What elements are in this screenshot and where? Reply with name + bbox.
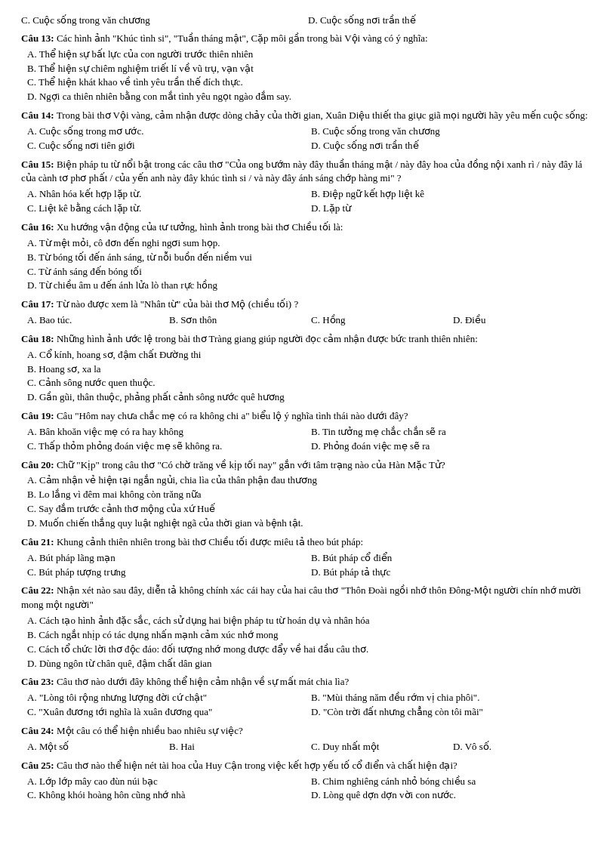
answer-row: C. Cảnh sông nước quen thuộc. xyxy=(27,376,595,390)
q13-answers: A. Thể hiện sự bất lực của con người trư… xyxy=(27,48,595,104)
q15-answers: A. Nhân hóa kết hợp lặp từ. B. Điệp ngữ … xyxy=(27,187,595,216)
question-14: Câu 14: Trong bài thơ Vội vàng, cảm nhận… xyxy=(21,109,595,153)
q18-title: Câu 18: Những hình ảnh ước lệ trong bài … xyxy=(21,332,595,347)
q21-answers: A. Bút pháp lãng mạn B. Bút pháp cổ điển… xyxy=(27,551,595,580)
answer-row: D. Từ chiều âm u đến ánh lửa lò than rực… xyxy=(27,279,595,293)
answer-row: A. Cổ kính, hoang sơ, đậm chất Đường thi xyxy=(27,348,595,362)
answer-row: A. Cảm nhận vẻ hiện tại ngắn ngủi, chia … xyxy=(27,473,595,488)
q25-title: Câu 25: Câu thơ nào thể hiện nét tài hoa… xyxy=(21,759,595,773)
answer-row: D. Muốn chiến thắng quy luật nghiệt ngã … xyxy=(27,517,595,531)
answer-row: B. Từ bóng tối đến ánh sáng, từ nỗi buồn… xyxy=(27,251,595,265)
answer-row: D. Dùng ngôn từ chân quê, đậm chất dân g… xyxy=(27,657,595,671)
q16-answers: A. Từ mệt mỏi, cô đơn đến nghi ngơi sum … xyxy=(27,236,595,293)
answer-row: C. Say đắm trước cảnh thơ mộng của xứ Hu… xyxy=(27,502,595,517)
question-17: Câu 17: Từ nào được xem là "Nhân từ" của… xyxy=(21,298,595,328)
q19-answers: A. Bân khoăn việc mẹ có ra hay không B. … xyxy=(27,425,595,454)
q23-title: Câu 23: Câu thơ nào dưới đây không thể h… xyxy=(21,675,595,689)
q21-title: Câu 21: Khung cảnh thiên nhiên trong bài… xyxy=(21,535,595,550)
q24-answers: A. Một số B. Hai C. Duy nhất một D. Vô s… xyxy=(27,740,595,754)
q16-title: Câu 16: Xu hướng vận động của tư tưởng, … xyxy=(21,220,595,235)
answer-row: C. Từ ánh sáng đến bóng tối xyxy=(27,265,595,279)
q24-title: Câu 24: Một câu có thể hiện nhiều bao nh… xyxy=(21,724,595,739)
q14-title: Câu 14: Trong bài thơ Vội vàng, cảm nhận… xyxy=(21,109,595,123)
question-24: Câu 24: Một câu có thể hiện nhiều bao nh… xyxy=(21,724,595,754)
answer-row: C. Cách tổ chức lời thơ độc đáo: đối tượ… xyxy=(27,643,595,657)
question-23: Câu 23: Câu thơ nào dưới đây không thể h… xyxy=(21,675,595,720)
answer-row: A. Thể hiện sự bất lực của con người trư… xyxy=(27,48,595,62)
q20-answers: A. Cảm nhận vẻ hiện tại ngắn ngủi, chia … xyxy=(27,473,595,530)
preamble-d: D. Cuộc sống nơi trần thế xyxy=(308,14,595,28)
q22-title: Câu 22: Nhận xét nào sau đây, diễn tả kh… xyxy=(21,584,595,612)
question-18: Câu 18: Những hình ảnh ước lệ trong bài … xyxy=(21,332,595,405)
answer-row: B. Thể hiện sự chiêm nghiệm triết lí về … xyxy=(27,62,595,76)
answer-row: B. Cách ngắt nhịp có tác dụng nhấn mạnh … xyxy=(27,628,595,643)
answer-row: A. Từ mệt mỏi, cô đơn đến nghi ngơi sum … xyxy=(27,236,595,251)
answer-row: C. Thể hiện khát khao về tình yêu trần t… xyxy=(27,76,595,90)
page-content: C. Cuộc sống trong văn chương D. Cuộc số… xyxy=(21,14,595,803)
q17-title: Câu 17: Từ nào được xem là "Nhân từ" của… xyxy=(21,298,595,312)
q15-title: Câu 15: Biện pháp tu từ nổi bật trong cá… xyxy=(21,158,595,187)
answer-row: B. Lo lắng vì đêm mai không còn trăng nữ… xyxy=(27,488,595,502)
q17-answers: A. Bao túc. B. Sơn thôn C. Hồng D. Điều xyxy=(27,313,595,328)
answer-row: A. Cách tạo hình ảnh đặc sắc, cách sử dụ… xyxy=(27,614,595,628)
q19-title: Câu 19: Câu "Hôm nay chưa chắc mẹ có ra … xyxy=(21,409,595,424)
answer-row: B. Hoang sơ, xa la xyxy=(27,362,595,377)
question-13: Câu 13: Các hình ảnh "Khúc tình si", "Tu… xyxy=(21,32,595,104)
question-21: Câu 21: Khung cảnh thiên nhiên trong bài… xyxy=(21,535,595,580)
q22-answers: A. Cách tạo hình ảnh đặc sắc, cách sử dụ… xyxy=(27,614,595,671)
question-20: Câu 20: Chữ "Kịp" trong câu thơ "Có chờ … xyxy=(21,458,595,531)
question-16: Câu 16: Xu hướng vận động của tư tưởng, … xyxy=(21,220,595,293)
q20-title: Câu 20: Chữ "Kịp" trong câu thơ "Có chờ … xyxy=(21,458,595,473)
q25-answers: A. Lớp lớp mây cao đùn núi bạc B. Chim n… xyxy=(27,775,595,803)
question-25: Câu 25: Câu thơ nào thể hiện nét tài hoa… xyxy=(21,759,595,803)
q23-answers: A. "Lòng tôi rộng nhưng lượng đời cứ chậ… xyxy=(27,691,595,720)
preamble-row: C. Cuộc sống trong văn chương D. Cuộc số… xyxy=(21,14,595,28)
q14-answers: A. Cuộc sống trong mơ ước. B. Cuộc sống … xyxy=(27,125,595,153)
answer-row: D. Gần gũi, thân thuộc, phảng phất cảnh … xyxy=(27,390,595,405)
answer-row: D. Ngợi ca thiên nhiên bằng con mắt tình… xyxy=(27,90,595,104)
q18-answers: A. Cổ kính, hoang sơ, đậm chất Đường thi… xyxy=(27,348,595,405)
preamble-c: C. Cuộc sống trong văn chương xyxy=(21,14,308,28)
question-19: Câu 19: Câu "Hôm nay chưa chắc mẹ có ra … xyxy=(21,409,595,454)
q13-title: Câu 13: Các hình ảnh "Khúc tình si", "Tu… xyxy=(21,32,595,46)
question-15: Câu 15: Biện pháp tu từ nổi bật trong cá… xyxy=(21,158,595,216)
question-22: Câu 22: Nhận xét nào sau đây, diễn tả kh… xyxy=(21,584,595,671)
